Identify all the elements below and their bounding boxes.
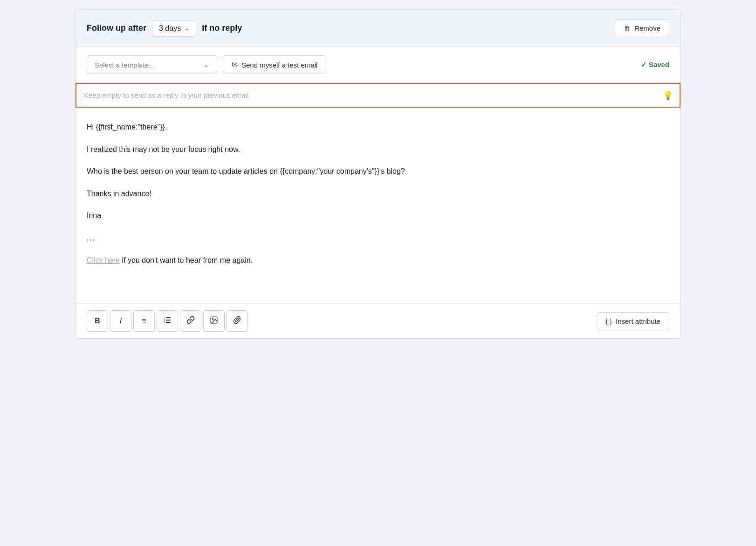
email-icon: ✉ <box>232 61 238 69</box>
link-icon <box>186 316 195 326</box>
remove-button-label: Remove <box>634 24 660 32</box>
italic-button[interactable]: I <box>110 310 131 332</box>
svg-rect-1 <box>166 320 171 321</box>
bold-button[interactable]: B <box>87 310 108 332</box>
unsubscribe-link[interactable]: Click here <box>87 256 120 264</box>
toolbar-left: Select a template... ⌄ ✉ Send myself a t… <box>87 55 326 74</box>
unsubscribe-line: Click here if you don't want to hear fro… <box>87 254 669 266</box>
follow-up-bar: Follow up after 3 days ⌄ if no reply 🗑 R… <box>76 10 680 47</box>
insert-attribute-label: Insert attribute <box>616 317 660 325</box>
unsubscribe-text: if you don't want to hear from me again. <box>120 256 253 264</box>
attachment-button[interactable] <box>227 310 248 332</box>
email-line-3: Who is the best person on your team to u… <box>87 165 669 177</box>
svg-rect-0 <box>166 317 171 318</box>
toolbar-row: Select a template... ⌄ ✉ Send myself a t… <box>76 47 680 83</box>
trash-icon: 🗑 <box>624 24 631 32</box>
if-no-reply-label: if no reply <box>202 23 242 33</box>
remove-button[interactable]: 🗑 Remove <box>615 19 669 37</box>
svg-rect-2 <box>166 322 171 323</box>
ordered-list-button[interactable]: 1 2 3 <box>157 310 178 332</box>
subject-input[interactable] <box>76 83 680 108</box>
insert-attribute-button[interactable]: { } Insert attribute <box>597 312 669 330</box>
curly-braces-icon: { } <box>605 317 612 325</box>
send-test-email-button[interactable]: ✉ Send myself a test email <box>223 55 326 74</box>
template-placeholder: Select a template... <box>95 61 154 69</box>
format-buttons-group: B I ≡ 1 2 3 <box>87 310 248 332</box>
bullet-list-button[interactable]: ≡ <box>133 310 155 332</box>
image-icon <box>210 316 218 326</box>
email-line-4: Thanks in advance! <box>87 188 669 200</box>
format-toolbar: B I ≡ 1 2 3 <box>76 304 680 338</box>
send-test-label: Send myself a test email <box>241 61 317 69</box>
template-chevron-icon: ⌄ <box>203 61 209 69</box>
chevron-down-icon: ⌄ <box>185 25 189 32</box>
link-button[interactable] <box>180 310 201 332</box>
email-line-2: I realized this may not be your focus ri… <box>87 143 669 156</box>
subject-container: 💡 <box>76 83 680 108</box>
svg-point-7 <box>212 318 213 319</box>
saved-indicator: ✓ Saved <box>641 61 669 69</box>
follow-up-label: Follow up after <box>87 23 146 33</box>
email-signature: Irina <box>87 210 669 222</box>
attachment-icon <box>233 316 241 326</box>
svg-text:3: 3 <box>164 321 165 324</box>
email-composer-container: Follow up after 3 days ⌄ if no reply 🗑 R… <box>75 9 681 339</box>
bullet-list-icon: ≡ <box>142 317 146 325</box>
email-body[interactable]: Hi {{first_name:"there"}}, I realized th… <box>76 108 680 304</box>
template-select-dropdown[interactable]: Select a template... ⌄ <box>87 55 217 74</box>
lightbulb-icon: 💡 <box>663 90 673 101</box>
days-dropdown[interactable]: 3 days ⌄ <box>152 20 196 37</box>
ordered-list-icon: 1 2 3 <box>163 316 172 326</box>
saved-label: ✓ Saved <box>641 61 669 69</box>
email-ellipsis: ... <box>87 232 669 244</box>
email-line-1: Hi {{first_name:"there"}}, <box>87 121 669 133</box>
italic-icon: I <box>120 317 122 325</box>
image-button[interactable] <box>203 310 225 332</box>
follow-up-section: Follow up after 3 days ⌄ if no reply <box>87 20 242 37</box>
bold-icon: B <box>95 317 100 325</box>
days-value: 3 days <box>159 24 181 33</box>
